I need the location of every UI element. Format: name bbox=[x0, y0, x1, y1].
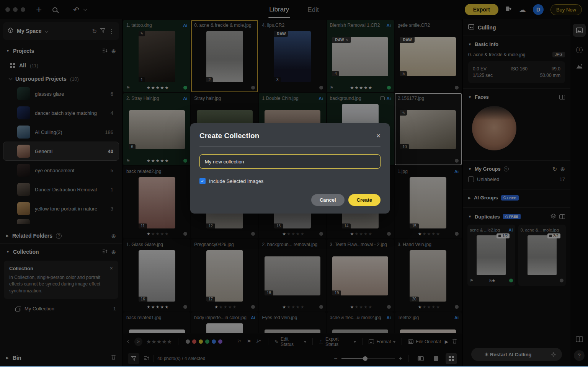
include-selected-checkbox[interactable]: ✓ bbox=[199, 178, 206, 184]
checkbox-label: Include Selected Images bbox=[209, 178, 263, 184]
create-button[interactable]: Create bbox=[348, 194, 381, 206]
include-selected-option[interactable]: ✓ Include Selected Images bbox=[199, 178, 381, 184]
collection-name-input[interactable] bbox=[199, 154, 381, 169]
dialog-title: Create Collection bbox=[199, 132, 376, 140]
text-caret bbox=[247, 158, 247, 165]
cancel-button[interactable]: Cancel bbox=[311, 194, 345, 206]
create-collection-dialog: Create Collection × ✓ Include Selected I… bbox=[190, 123, 390, 214]
close-dialog-icon[interactable]: × bbox=[376, 132, 381, 140]
divider bbox=[199, 146, 381, 147]
